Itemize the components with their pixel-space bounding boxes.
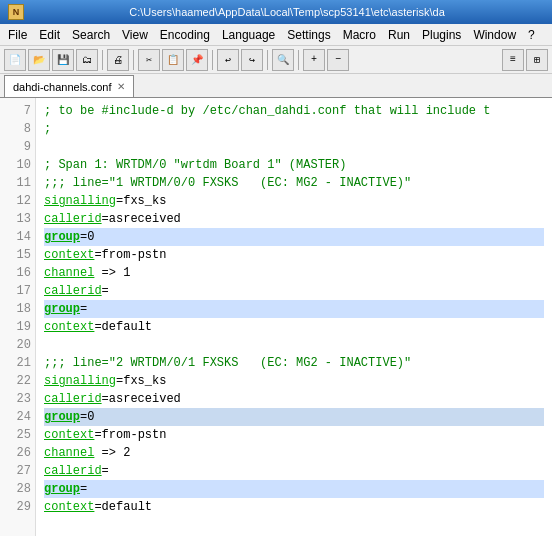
copy-button[interactable]: 📋	[162, 49, 184, 71]
line-numbers: 7891011121314151617181920212223242526272…	[0, 98, 36, 536]
line-number-24: 24	[8, 408, 31, 426]
line-number-10: 10	[8, 156, 31, 174]
line-number-28: 28	[8, 480, 31, 498]
line-number-13: 13	[8, 210, 31, 228]
code-line-8: ;	[44, 120, 544, 138]
menu-item-?[interactable]: ?	[522, 24, 541, 45]
code-line-18: group=	[44, 300, 544, 318]
code-line-24: group=0	[44, 408, 544, 426]
code-line-26: channel => 2	[44, 444, 544, 462]
line-number-22: 22	[8, 372, 31, 390]
tab-bar: dahdi-channels.conf ✕	[0, 74, 552, 98]
tab-close-button[interactable]: ✕	[117, 81, 125, 92]
title-bar: N C:\Users\haamed\AppData\Local\Temp\scp…	[0, 0, 552, 24]
find-button[interactable]: 🔍	[272, 49, 294, 71]
code-line-7: ; to be #include-d by /etc/chan_dahdi.co…	[44, 102, 544, 120]
line-number-26: 26	[8, 444, 31, 462]
code-line-22: signalling=fxs_ks	[44, 372, 544, 390]
extra2[interactable]: ⊞	[526, 49, 548, 71]
redo-button[interactable]: ↪	[241, 49, 263, 71]
line-number-9: 9	[8, 138, 31, 156]
code-line-29: context=default	[44, 498, 544, 516]
menu-item-language[interactable]: Language	[216, 24, 281, 45]
line-number-25: 25	[8, 426, 31, 444]
line-number-8: 8	[8, 120, 31, 138]
code-line-19: context=default	[44, 318, 544, 336]
extra1[interactable]: ≡	[502, 49, 524, 71]
sep3	[212, 50, 213, 70]
line-number-7: 7	[8, 102, 31, 120]
editor[interactable]: 7891011121314151617181920212223242526272…	[0, 98, 552, 536]
code-line-20	[44, 336, 544, 354]
paste-button[interactable]: 📌	[186, 49, 208, 71]
sep4	[267, 50, 268, 70]
new-button[interactable]: 📄	[4, 49, 26, 71]
code-line-23: callerid=asreceived	[44, 390, 544, 408]
code-line-16: channel => 1	[44, 264, 544, 282]
line-number-23: 23	[8, 390, 31, 408]
code-line-15: context=from-pstn	[44, 246, 544, 264]
line-number-11: 11	[8, 174, 31, 192]
code-line-14: group=0	[44, 228, 544, 246]
sep2	[133, 50, 134, 70]
code-line-13: callerid=asreceived	[44, 210, 544, 228]
line-number-18: 18	[8, 300, 31, 318]
tab-label: dahdi-channels.conf	[13, 81, 111, 93]
menu-item-run[interactable]: Run	[382, 24, 416, 45]
menu-item-plugins[interactable]: Plugins	[416, 24, 467, 45]
save-all-button[interactable]: 🗂	[76, 49, 98, 71]
code-line-21: ;;; line="2 WRTDM/0/1 FXSKS (EC: MG2 - I…	[44, 354, 544, 372]
zoom-out-button[interactable]: −	[327, 49, 349, 71]
menu-item-search[interactable]: Search	[66, 24, 116, 45]
line-number-12: 12	[8, 192, 31, 210]
line-number-20: 20	[8, 336, 31, 354]
code-line-12: signalling=fxs_ks	[44, 192, 544, 210]
code-line-11: ;;; line="1 WRTDM/0/0 FXSKS (EC: MG2 - I…	[44, 174, 544, 192]
cut-button[interactable]: ✂	[138, 49, 160, 71]
menu-item-window[interactable]: Window	[467, 24, 522, 45]
line-number-15: 15	[8, 246, 31, 264]
print-button[interactable]: 🖨	[107, 49, 129, 71]
line-number-27: 27	[8, 462, 31, 480]
code-content[interactable]: ; to be #include-d by /etc/chan_dahdi.co…	[36, 98, 552, 536]
code-line-27: callerid=	[44, 462, 544, 480]
line-number-16: 16	[8, 264, 31, 282]
menu-bar: FileEditSearchViewEncodingLanguageSettin…	[0, 24, 552, 46]
toolbar: 📄 📂 💾 🗂 🖨 ✂ 📋 📌 ↩ ↪ 🔍 + − ≡ ⊞	[0, 46, 552, 74]
line-number-21: 21	[8, 354, 31, 372]
menu-item-edit[interactable]: Edit	[33, 24, 66, 45]
code-line-10: ; Span 1: WRTDM/0 "wrtdm Board 1" (MASTE…	[44, 156, 544, 174]
sep1	[102, 50, 103, 70]
line-number-17: 17	[8, 282, 31, 300]
open-button[interactable]: 📂	[28, 49, 50, 71]
tab-dahdi-channels[interactable]: dahdi-channels.conf ✕	[4, 75, 134, 97]
line-number-14: 14	[8, 228, 31, 246]
title-text: C:\Users\haamed\AppData\Local\Temp\scp53…	[30, 6, 544, 18]
menu-item-settings[interactable]: Settings	[281, 24, 336, 45]
line-number-19: 19	[8, 318, 31, 336]
toolbar-end: ≡ ⊞	[502, 49, 548, 71]
sep5	[298, 50, 299, 70]
menu-item-macro[interactable]: Macro	[337, 24, 382, 45]
menu-item-encoding[interactable]: Encoding	[154, 24, 216, 45]
zoom-in-button[interactable]: +	[303, 49, 325, 71]
code-line-17: callerid=	[44, 282, 544, 300]
code-line-9	[44, 138, 544, 156]
app-icon: N	[8, 4, 24, 20]
code-line-28: group=	[44, 480, 544, 498]
undo-button[interactable]: ↩	[217, 49, 239, 71]
menu-item-view[interactable]: View	[116, 24, 154, 45]
save-button[interactable]: 💾	[52, 49, 74, 71]
line-number-29: 29	[8, 498, 31, 516]
code-line-25: context=from-pstn	[44, 426, 544, 444]
menu-item-file[interactable]: File	[2, 24, 33, 45]
